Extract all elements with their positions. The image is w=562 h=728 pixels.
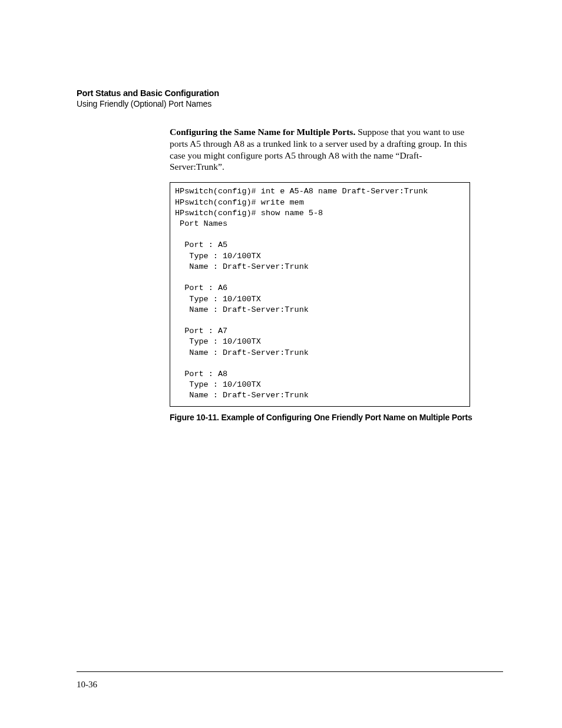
- section-title: Using Friendly (Optional) Port Names: [77, 99, 503, 108]
- page-number: 10-36: [77, 680, 97, 690]
- footer-rule: [77, 671, 503, 672]
- body-content: Configuring the Same Name for Multiple P…: [170, 126, 476, 422]
- figure-caption: Figure 10-11. Example of Configuring One…: [170, 413, 476, 422]
- chapter-title: Port Status and Basic Configuration: [77, 88, 503, 98]
- page-header: Port Status and Basic Configuration Usin…: [77, 88, 503, 108]
- document-page: Port Status and Basic Configuration Usin…: [0, 0, 562, 728]
- cli-output-box: HPswitch(config)# int e A5-A8 name Draft…: [170, 182, 470, 406]
- intro-paragraph: Configuring the Same Name for Multiple P…: [170, 126, 476, 173]
- paragraph-lead: Configuring the Same Name for Multiple P…: [170, 127, 355, 137]
